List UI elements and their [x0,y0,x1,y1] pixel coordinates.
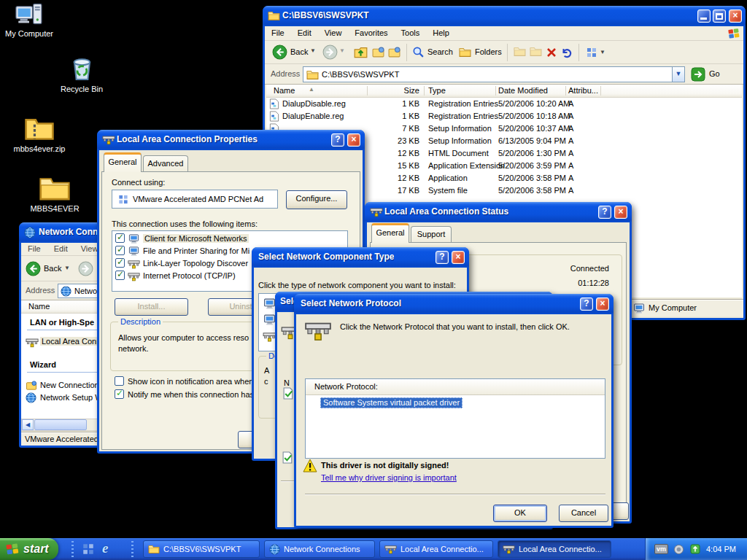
address-input[interactable]: C:\BBSV6\SWSVPKT ▼ [303,66,685,82]
desktop: My Computer Recycle Bin mbbs4ever.zip MB… [0,0,747,560]
configure-button[interactable]: Configure... [286,190,347,209]
back-dropdown-icon[interactable]: ▼ [64,265,70,271]
menu-edit[interactable]: Edit [47,243,74,255]
move-to-icon[interactable] [530,46,542,57]
menu-edit[interactable]: Edit [291,26,318,40]
close-button[interactable]: × [596,298,609,311]
checkbox-checked[interactable]: ✓ [115,246,125,255]
checkbox-checked[interactable]: ✓ [115,258,125,268]
properties-titlebar[interactable]: Local Area Connection Properties ? × [97,130,365,150]
close-button[interactable]: × [614,206,627,219]
selected-protocol-item[interactable]: Software Systems virtual packet driver [320,397,462,408]
vmware-tray-icon[interactable]: vm [654,544,668,554]
back-icon[interactable] [26,261,41,276]
views-dropdown-icon[interactable]: ▼ [600,49,605,55]
install-button[interactable]: Install... [115,298,188,316]
forward-dropdown-icon[interactable]: ▼ [339,47,345,54]
close-button[interactable]: × [729,9,742,23]
menu-view[interactable]: View [318,26,349,40]
menu-help[interactable]: Help [426,26,456,40]
table-row[interactable]: DialupEnable.reg1 KBRegistration Entries… [266,110,742,122]
internet-explorer-icon[interactable]: e [102,540,117,556]
undo-icon[interactable] [560,47,572,58]
tab-general[interactable]: General [371,223,409,243]
column-name[interactable]: Name [274,86,295,95]
close-button[interactable]: × [452,251,465,264]
status-titlebar[interactable]: Local Area Connection Status ? × [365,202,632,222]
maximize-button[interactable] [713,9,726,23]
search-label[interactable]: Search [427,47,453,56]
column-size[interactable]: Size [368,86,419,95]
protocol-icon [128,271,140,281]
help-button[interactable]: ? [331,133,344,147]
search-icon[interactable] [412,46,425,58]
scroll-left-icon[interactable]: ◀ [22,419,34,430]
views-icon[interactable] [586,47,597,58]
desktop-icon-my-computer[interactable]: My Computer [0,1,60,38]
help-button[interactable]: ? [580,298,593,311]
tab-support[interactable]: Support [411,226,452,243]
table-row[interactable]: DialupDisable.reg1 KBRegistration Entrie… [266,98,742,110]
go-label[interactable]: Go [709,69,720,78]
desktop-icon-recycle-bin[interactable]: Recycle Bin [51,55,112,93]
ok-button[interactable]: OK [493,505,547,522]
notify-checkbox[interactable]: ✓ [115,389,124,399]
start-button[interactable]: start [0,538,58,560]
protocol-titlebar[interactable]: Select Network Protocol ? × [294,294,614,314]
back-label[interactable]: Back [44,264,61,273]
folders-label[interactable]: Folders [475,47,502,56]
menu-file[interactable]: File [265,26,291,40]
help-button[interactable]: ? [436,251,449,264]
listbox-header-label: Network Protocol: [314,382,378,391]
delete-icon[interactable] [546,47,557,58]
component-titlebar[interactable]: Select Network Component Type ? × [252,247,469,268]
forward-icon[interactable] [78,261,93,276]
menu-favorites[interactable]: Favorites [348,26,394,40]
quick-launch-icon[interactable] [82,542,95,556]
lan-connection-icon [102,134,115,145]
taskbar-button-explorer[interactable]: C:\BBSV6\SWSVPKT [143,540,260,558]
component-label: Client for Microsoft Networks [143,234,249,243]
protocol-listbox[interactable]: Network Protocol: Software Systems virtu… [305,378,605,459]
map-drive-icon[interactable] [372,46,384,58]
column-attr[interactable]: Attribu... [568,86,598,95]
checkbox-checked[interactable]: ✓ [115,271,125,280]
show-icon-checkbox[interactable] [115,376,124,386]
menu-tools[interactable]: Tools [395,26,427,40]
minimize-button[interactable] [697,9,711,23]
copy-to-icon[interactable] [514,46,526,57]
back-icon[interactable] [272,44,287,60]
list-header-partial: N [284,378,290,387]
cancel-button[interactable]: Cancel [559,505,608,522]
listbox-header[interactable]: Network Protocol: [306,379,605,395]
desktop-icon-zip[interactable]: mbbs4ever.zip [9,115,70,153]
folders-icon[interactable] [459,47,471,58]
address-dropdown-icon[interactable]: ▼ [672,67,684,82]
taskbar-button-network-connections[interactable]: Network Connections [264,540,375,558]
tab-general[interactable]: General [104,152,142,172]
volume-tray-icon[interactable] [673,544,684,555]
menu-file[interactable]: File [21,243,47,255]
driver-signing-link[interactable]: Tell me why driver signing is important [321,473,457,482]
tab-advanced[interactable]: Advanced [143,155,188,172]
close-button[interactable]: × [347,133,360,147]
desktop-icon-folder[interactable]: MBBS4EVER [24,175,85,213]
back-label[interactable]: Back [290,47,308,56]
help-button[interactable]: ? [598,206,611,219]
back-dropdown-icon[interactable]: ▼ [310,47,316,54]
clock[interactable]: 4:04 PM [706,545,736,553]
up-icon[interactable] [354,45,368,59]
checkbox-checked[interactable]: ✓ [115,233,125,243]
explorer-titlebar[interactable]: C:\BBSV6\SWSVPKT × [263,6,746,26]
forward-icon[interactable] [322,44,338,60]
column-name[interactable]: Name [28,302,50,311]
column-type[interactable]: Type [428,86,446,95]
taskbar-button-lan-properties[interactable]: Local Area Connectio... [379,540,493,558]
scrollbar-thumb[interactable] [34,419,87,430]
network-tray-icon[interactable] [689,543,701,555]
column-date[interactable]: Date Modified [498,86,548,95]
component-item[interactable]: ✓ Client for Microsoft Networks [112,233,347,245]
taskbar-button-lan-status[interactable]: Local Area Connectio... [498,540,611,558]
disconnect-drive-icon[interactable] [388,46,400,58]
go-icon[interactable] [691,67,705,82]
